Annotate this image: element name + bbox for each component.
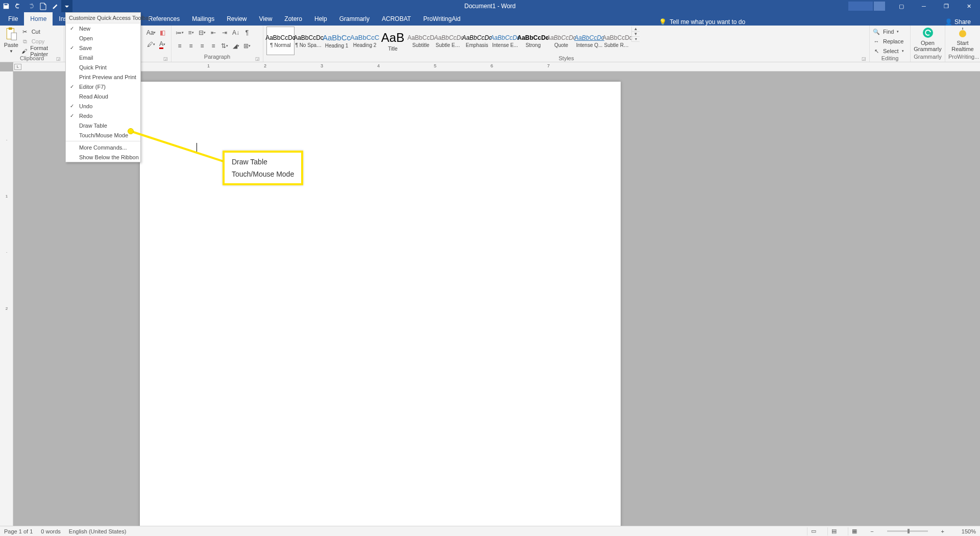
change-case-button[interactable]: Aa ▾ (146, 28, 156, 38)
clipboard-launcher[interactable]: ◲ (56, 56, 61, 61)
style--no-spac-[interactable]: AaBbCcDc¶ No Spac... (295, 27, 323, 55)
tab-prowritingaid[interactable]: ProWritingAid (417, 12, 467, 26)
align-right-button[interactable]: ≡ (197, 41, 207, 51)
cursor-icon: ↖ (873, 47, 880, 55)
web-layout-button[interactable]: ▦ (848, 527, 860, 535)
style-quote[interactable]: AaBbCcDcQuote (547, 27, 575, 55)
line-spacing-button[interactable]: ⇅▾ (219, 41, 230, 51)
select-button[interactable]: ↖Select ▾ (873, 47, 904, 55)
bullets-button[interactable]: ≔▾ (175, 28, 185, 38)
indent-right-button[interactable]: ⇥ (219, 28, 230, 38)
qat-undo-icon[interactable] (12, 0, 24, 12)
close-button[interactable]: ✕ (958, 0, 980, 12)
font-color-button[interactable]: A▾ (157, 39, 167, 50)
style-strong[interactable]: AaBbCcDcStrong (519, 27, 547, 55)
qat-item-quick-print[interactable]: Quick Print (66, 62, 140, 72)
start-realtime-button[interactable]: Start Realtime (948, 27, 977, 52)
zoom-in-button[interactable]: + (939, 528, 946, 534)
tab-zotero[interactable]: Zotero (278, 12, 308, 26)
copy-button[interactable]: ⧉Copy (21, 37, 61, 45)
text-cursor (197, 143, 197, 152)
qat-item-print-preview-and-print[interactable]: Print Preview and Print (66, 72, 140, 82)
tab-view[interactable]: View (253, 12, 279, 26)
ruler-vertical[interactable]: · 1 · 2 (0, 71, 13, 527)
zoom-slider[interactable] (887, 530, 928, 532)
indent-left-button[interactable]: ⇤ (208, 28, 218, 38)
tab-grammarly[interactable]: Grammarly (333, 12, 376, 26)
show-marks-button[interactable]: ¶ (242, 28, 252, 38)
qat-redo-icon[interactable] (24, 0, 37, 12)
tab-mailings[interactable]: Mailings (186, 12, 220, 26)
minimize-button[interactable]: ─ (913, 0, 935, 12)
zoom-out-button[interactable]: − (868, 528, 875, 534)
account-area[interactable] (848, 2, 890, 11)
share-button[interactable]: 👤 Share (938, 18, 978, 26)
qat-item-read-aloud[interactable]: Read Aloud (66, 91, 140, 101)
tab-file[interactable]: File (2, 12, 24, 26)
style-heading-1[interactable]: AaBbCcHeading 1 (323, 27, 351, 55)
tab-selector[interactable]: L (14, 64, 21, 70)
language-status[interactable]: English (United States) (69, 528, 127, 534)
style-title[interactable]: AaBTitle (379, 27, 407, 55)
tab-review[interactable]: Review (220, 12, 253, 26)
style-intense-e-[interactable]: AaBbCcDcIntense E... (491, 27, 519, 55)
align-left-button[interactable]: ≡ (175, 41, 185, 51)
style-intense-q-[interactable]: AaBbCcDcIntense Q... (575, 27, 603, 55)
replace-button[interactable]: ↔Replace (873, 37, 904, 45)
gallery-up-icon[interactable]: ▲ (632, 27, 640, 32)
style-subtle-ref-[interactable]: AaBbCcDcSubtle Ref... (603, 27, 631, 55)
restore-button[interactable]: ❐ (935, 0, 958, 12)
format-painter-button[interactable]: 🖌Format Painter (21, 47, 61, 55)
sort-button[interactable]: A↓ (231, 28, 241, 38)
tell-me-search[interactable]: 💡 Tell me what you want to do (659, 18, 745, 26)
borders-button[interactable]: ⊞▾ (242, 41, 252, 51)
gallery-scroll[interactable]: ▲ ▼ ▾ (631, 27, 640, 42)
style-emphasis[interactable]: AaBbCcDcEmphasis (463, 27, 491, 55)
qat-item-new[interactable]: ✓New (66, 23, 140, 33)
tab-acrobat[interactable]: ACROBAT (376, 12, 417, 26)
style-subtitle[interactable]: AaBbCcDSubtitle (407, 27, 435, 55)
shading-button[interactable]: ◢▾ (231, 41, 241, 51)
qat-customize-dropdown[interactable] (61, 0, 72, 12)
ruler-horizontal[interactable]: L 1234567 (13, 62, 980, 71)
open-grammarly-button[interactable]: Open Grammarly (914, 27, 942, 52)
font-launcher[interactable]: ◲ (163, 56, 168, 61)
qat-item-more-commands-[interactable]: More Commands... (66, 142, 140, 152)
qat-item-email[interactable]: Email (66, 53, 140, 62)
gallery-more-icon[interactable]: ▾ (632, 37, 640, 42)
tab-home[interactable]: Home (24, 12, 53, 26)
cut-button[interactable]: ✂Cut (21, 28, 61, 36)
style--normal[interactable]: AaBbCcDc¶ Normal (266, 27, 295, 55)
zoom-level[interactable]: 150% (954, 528, 976, 534)
styles-launcher[interactable]: ◲ (862, 56, 866, 61)
numbering-button[interactable]: ≡▾ (186, 28, 196, 38)
align-center-button[interactable]: ≡ (186, 41, 196, 51)
justify-button[interactable]: ≡ (208, 41, 218, 51)
qat-new-doc-icon[interactable] (37, 0, 49, 12)
qat-item-show-below-the-ribbon[interactable]: Show Below the Ribbon (66, 152, 140, 162)
page-count[interactable]: Page 1 of 1 (4, 528, 33, 534)
page[interactable] (140, 82, 621, 536)
qat-save-icon[interactable] (0, 0, 12, 12)
style-heading-2[interactable]: AaBbCcCHeading 2 (351, 27, 379, 55)
paragraph-launcher[interactable]: ◲ (255, 56, 260, 61)
ribbon-display-icon[interactable]: ▢ (890, 0, 913, 12)
print-layout-button[interactable]: ▤ (827, 527, 840, 535)
qat-editor-icon[interactable] (49, 0, 61, 12)
styles-gallery[interactable]: AaBbCcDc¶ NormalAaBbCcDc¶ No Spac...AaBb… (266, 27, 631, 55)
qat-item-redo[interactable]: ✓Redo (66, 111, 140, 120)
word-count[interactable]: 0 words (41, 528, 61, 534)
find-button[interactable]: 🔍Find ▾ (873, 28, 904, 36)
paste-button[interactable]: Paste ▼ (3, 27, 19, 54)
qat-item-save[interactable]: ✓Save (66, 43, 140, 53)
style-subtle-em-[interactable]: AaBbCcDcSubtle Em... (435, 27, 463, 55)
clear-formatting-button[interactable]: ◧ (157, 28, 167, 38)
qat-item-undo[interactable]: ✓Undo (66, 101, 140, 111)
read-mode-button[interactable]: ▭ (807, 527, 819, 535)
highlight-button[interactable]: 🖊▾ (146, 39, 156, 50)
qat-item-open[interactable]: Open (66, 33, 140, 43)
gallery-down-icon[interactable]: ▼ (632, 32, 640, 37)
multilevel-button[interactable]: ⊟▾ (197, 28, 207, 38)
tab-help[interactable]: Help (308, 12, 333, 26)
qat-item-editor-f7-[interactable]: ✓Editor (F7) (66, 82, 140, 91)
